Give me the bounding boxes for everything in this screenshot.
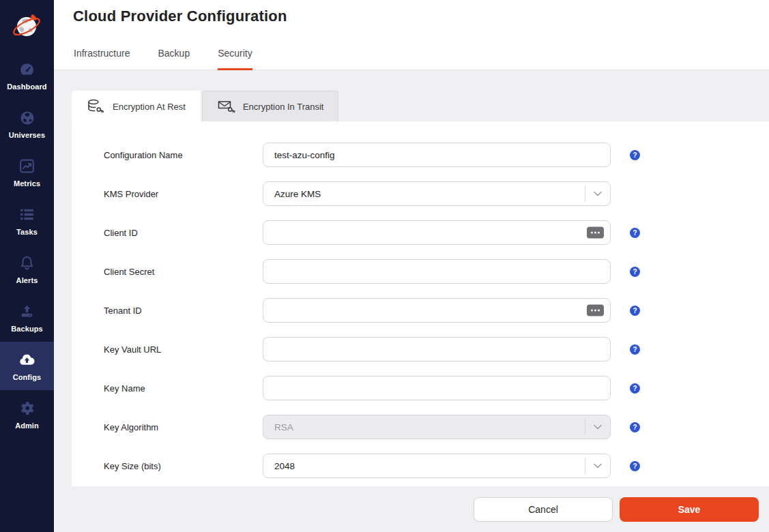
field-label: Key Vault URL — [104, 344, 263, 355]
sidebar-item-universes[interactable]: Universes — [0, 100, 54, 148]
sidebar-item-label: Configs — [13, 373, 42, 381]
field-label: Key Algorithm — [104, 422, 263, 432]
field-label: Configuration Name — [104, 150, 263, 160]
chevron-down-icon — [585, 424, 610, 430]
sidebar-item-backups[interactable]: Backups — [0, 293, 54, 342]
cancel-button[interactable]: Cancel — [474, 497, 613, 522]
backups-upload-icon — [18, 303, 35, 321]
help-icon[interactable]: ? — [630, 228, 640, 238]
form-row-key-name: Key Name ? — [104, 376, 769, 400]
subtab-label: Encryption At Rest — [113, 102, 186, 112]
metrics-chart-icon — [18, 158, 35, 175]
form-row-client-id: Client ID ? — [104, 220, 769, 245]
form-row-key-size: Key Size (bits) 2048 ? — [104, 454, 769, 478]
encryption-subtabs: Encryption At Rest Encryption In Transit — [72, 91, 769, 121]
dashboard-gauge-icon — [18, 61, 35, 78]
configuration-name-input[interactable] — [263, 143, 611, 167]
credentials-autofill-icon[interactable] — [587, 305, 604, 316]
field-label: Key Name — [104, 383, 263, 394]
sidebar: Dashboard Universes Metrics Tasks Alerts… — [0, 0, 54, 532]
tab-infrastructure[interactable]: Infrastructure — [74, 48, 130, 70]
form-row-key-algorithm: Key Algorithm RSA ? — [104, 415, 769, 439]
main-area: Cloud Provider Configuration Infrastruct… — [54, 0, 769, 532]
form-row-client-secret: Client Secret ? — [104, 259, 769, 284]
help-icon[interactable]: ? — [630, 383, 640, 394]
help-icon[interactable]: ? — [630, 267, 640, 277]
sidebar-item-label: Alerts — [16, 276, 38, 284]
sidebar-item-alerts[interactable]: Alerts — [0, 245, 54, 293]
admin-gear-icon — [18, 400, 35, 417]
encryption-at-rest-panel: Configuration Name ? KMS Provider Azure … — [72, 121, 769, 486]
sidebar-item-configs[interactable]: Configs — [0, 342, 54, 390]
help-icon[interactable]: ? — [630, 150, 640, 160]
credentials-autofill-icon[interactable] — [587, 227, 604, 239]
sidebar-item-label: Admin — [15, 422, 39, 430]
help-icon[interactable]: ? — [630, 306, 640, 316]
help-spacer — [630, 189, 640, 199]
form-row-configuration-name: Configuration Name ? — [104, 143, 769, 167]
field-label: KMS Provider — [104, 189, 263, 199]
envelope-key-icon — [217, 98, 236, 115]
field-label: Key Size (bits) — [104, 461, 263, 471]
key-algorithm-select: RSA — [263, 415, 611, 439]
key-size-value: 2048 — [274, 461, 585, 471]
sidebar-item-label: Dashboard — [7, 83, 46, 91]
help-icon[interactable]: ? — [630, 422, 640, 432]
yugabyte-logo[interactable] — [0, 0, 54, 51]
planet-rocket-logo-icon — [11, 10, 44, 42]
page-title: Cloud Provider Configuration — [73, 8, 287, 25]
key-name-input[interactable] — [263, 376, 611, 400]
form-row-kms-provider: KMS Provider Azure KMS — [104, 181, 769, 206]
save-button[interactable]: Save — [620, 497, 759, 522]
chevron-down-icon — [585, 463, 610, 469]
field-label: Tenant ID — [104, 306, 263, 316]
tab-security[interactable]: Security — [218, 48, 252, 70]
field-label: Client ID — [104, 228, 263, 238]
client-secret-input[interactable] — [263, 259, 611, 284]
field-label: Client Secret — [104, 267, 263, 277]
key-vault-url-input[interactable] — [263, 337, 611, 361]
form-row-key-vault-url: Key Vault URL ? — [104, 337, 769, 361]
universes-globe-icon — [19, 109, 35, 127]
alerts-bell-icon — [18, 254, 35, 272]
chevron-down-icon — [585, 191, 610, 196]
subtab-label: Encryption In Transit — [243, 102, 324, 112]
key-algorithm-value: RSA — [274, 422, 585, 432]
subtab-encryption-at-rest[interactable]: Encryption At Rest — [72, 91, 201, 121]
top-tabs: Infrastructure Backup Security — [74, 48, 252, 70]
subtab-encryption-in-transit[interactable]: Encryption In Transit — [202, 91, 339, 121]
sidebar-item-tasks[interactable]: Tasks — [0, 196, 54, 245]
help-icon[interactable]: ? — [630, 461, 640, 471]
sidebar-item-admin[interactable]: Admin — [0, 390, 54, 439]
content-area: Encryption At Rest Encryption In Transit… — [54, 70, 769, 486]
tab-backup[interactable]: Backup — [158, 48, 190, 70]
sidebar-item-metrics[interactable]: Metrics — [0, 148, 54, 196]
form-footer: Cancel Save — [54, 486, 769, 532]
sidebar-item-label: Tasks — [16, 228, 38, 236]
help-icon[interactable]: ? — [630, 344, 640, 355]
sidebar-item-label: Backups — [11, 325, 43, 333]
sidebar-item-dashboard[interactable]: Dashboard — [0, 51, 54, 100]
sidebar-item-label: Metrics — [14, 179, 40, 188]
tasks-list-icon — [18, 206, 35, 224]
kms-provider-select[interactable]: Azure KMS — [263, 181, 611, 206]
kms-provider-value: Azure KMS — [274, 189, 585, 199]
configs-cloud-icon — [18, 351, 36, 369]
tenant-id-input[interactable] — [263, 298, 611, 323]
key-size-select[interactable]: 2048 — [263, 454, 611, 478]
form-row-tenant-id: Tenant ID ? — [104, 298, 769, 323]
client-id-input[interactable] — [263, 220, 611, 245]
sidebar-item-label: Universes — [9, 131, 46, 139]
page-header: Cloud Provider Configuration Infrastruct… — [54, 0, 769, 70]
database-key-icon — [87, 98, 106, 115]
